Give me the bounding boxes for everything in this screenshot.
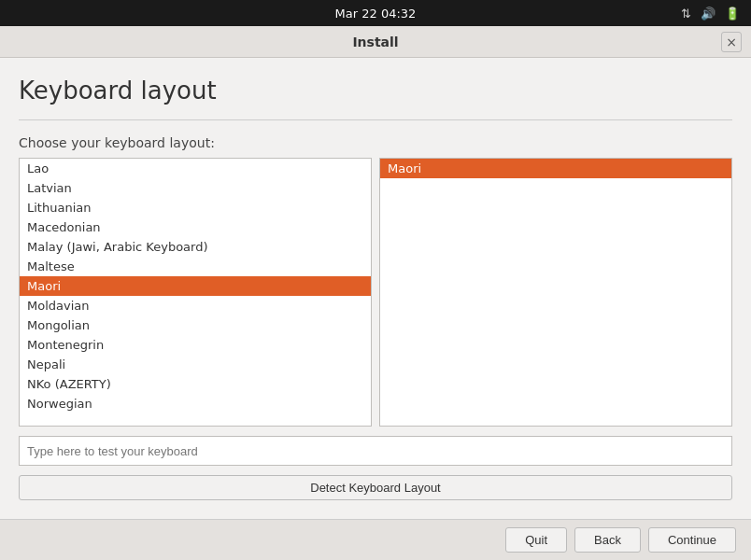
list-item[interactable]: Maori — [20, 276, 371, 296]
close-button[interactable]: × — [721, 32, 742, 52]
taskbar-time: Mar 22 04:32 — [335, 7, 417, 21]
network-icon: ⇅ — [681, 7, 691, 21]
list-item[interactable]: Lao — [20, 159, 371, 178]
list-item[interactable]: NKo (AZERTY) — [20, 374, 371, 394]
keyboard-variant-list[interactable]: Maori — [380, 159, 731, 426]
left-list-wrapper: LaoLatvianLithuanianMacedonianMalay (Jaw… — [19, 158, 372, 427]
list-item[interactable]: Maori — [380, 159, 731, 178]
list-item[interactable]: Moldavian — [20, 296, 371, 315]
list-item[interactable]: Montenegrin — [20, 335, 371, 355]
window-title: Install — [352, 35, 398, 49]
keyboard-test-input[interactable] — [19, 436, 732, 466]
separator — [19, 119, 732, 120]
window-titlebar: Install × — [0, 26, 751, 58]
taskbar: Mar 22 04:32 ⇅ 🔊 🔋 — [0, 0, 751, 26]
taskbar-datetime: Mar 22 04:32 — [335, 7, 417, 21]
install-window: Install × Keyboard layout Choose your ke… — [0, 26, 751, 560]
window-content: Keyboard layout Choose your keyboard lay… — [0, 58, 751, 519]
quit-button[interactable]: Quit — [505, 527, 567, 553]
list-item[interactable]: Nepali — [20, 355, 371, 374]
list-item[interactable]: Macedonian — [20, 217, 371, 237]
page-title: Keyboard layout — [19, 77, 732, 105]
taskbar-icons: ⇅ 🔊 🔋 — [681, 7, 740, 21]
back-button[interactable]: Back — [574, 527, 641, 553]
volume-icon: 🔊 — [701, 7, 716, 21]
detect-keyboard-button[interactable]: Detect Keyboard Layout — [19, 475, 732, 500]
continue-button[interactable]: Continue — [648, 527, 736, 553]
bottom-bar: Quit Back Continue — [0, 519, 751, 560]
list-item[interactable]: Latvian — [20, 178, 371, 198]
right-list-wrapper: Maori — [379, 158, 732, 427]
list-item[interactable]: Mongolian — [20, 315, 371, 335]
list-item[interactable]: Maltese — [20, 257, 371, 276]
keyboard-layout-list[interactable]: LaoLatvianLithuanianMacedonianMalay (Jaw… — [20, 159, 371, 426]
list-item[interactable]: Lithuanian — [20, 198, 371, 217]
choose-label: Choose your keyboard layout: — [19, 135, 732, 150]
lists-container: LaoLatvianLithuanianMacedonianMalay (Jaw… — [19, 158, 732, 427]
list-item[interactable]: Norwegian — [20, 394, 371, 413]
list-item[interactable]: Malay (Jawi, Arabic Keyboard) — [20, 237, 371, 257]
battery-icon: 🔋 — [725, 7, 740, 21]
